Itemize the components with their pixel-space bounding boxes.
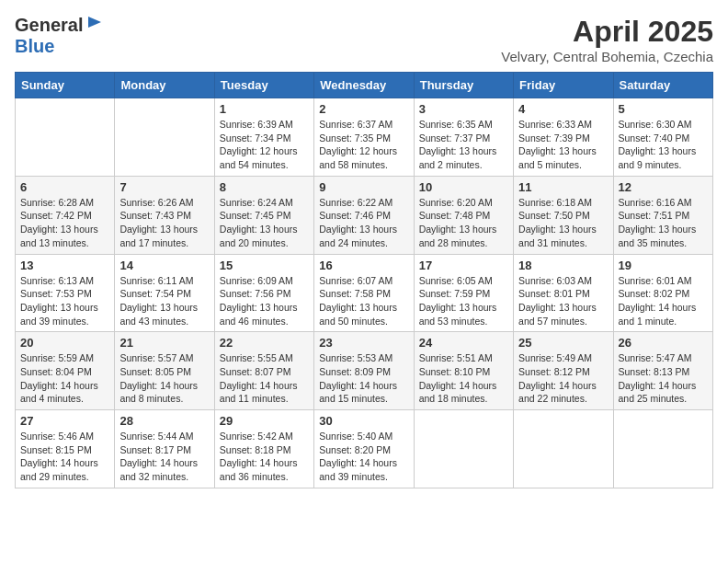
day-info: Sunrise: 6:33 AMSunset: 7:39 PMDaylight:… [518,118,608,172]
calendar-week-5: 27Sunrise: 5:46 AMSunset: 8:15 PMDayligh… [16,410,713,488]
day-number: 11 [518,180,608,194]
day-number: 29 [220,414,309,428]
logo-flag-icon [85,15,105,35]
day-number: 10 [419,180,508,194]
day-info: Sunrise: 5:44 AMSunset: 8:17 PMDaylight:… [119,430,209,484]
calendar-week-1: 1Sunrise: 6:39 AMSunset: 7:34 PMDaylight… [16,98,713,177]
calendar-cell: 4Sunrise: 6:33 AMSunset: 7:39 PMDaylight… [514,98,613,177]
calendar-cell: 7Sunrise: 6:26 AMSunset: 7:43 PMDaylight… [115,176,214,254]
weekday-header-monday: Monday [115,73,214,98]
day-info: Sunrise: 6:18 AMSunset: 7:50 PMDaylight:… [518,196,608,250]
weekday-header-sunday: Sunday [16,73,115,98]
calendar-week-3: 13Sunrise: 6:13 AMSunset: 7:53 PMDayligh… [16,254,713,332]
calendar-cell: 27Sunrise: 5:46 AMSunset: 8:15 PMDayligh… [16,410,115,488]
page-header: General Blue April 2025 Velvary, Central… [15,15,713,64]
day-info: Sunrise: 6:05 AMSunset: 7:59 PMDaylight:… [419,274,508,328]
weekday-header-wednesday: Wednesday [314,73,414,98]
logo: General Blue [15,15,105,57]
day-info: Sunrise: 6:20 AMSunset: 7:48 PMDaylight:… [419,196,508,250]
calendar-cell [16,98,115,177]
day-number: 26 [619,336,708,350]
day-info: Sunrise: 5:51 AMSunset: 8:10 PMDaylight:… [419,351,508,406]
day-info: Sunrise: 6:22 AMSunset: 7:46 PMDaylight:… [319,196,408,250]
day-info: Sunrise: 5:40 AMSunset: 8:20 PMDaylight:… [319,430,408,484]
svg-marker-0 [88,17,101,28]
calendar-cell: 8Sunrise: 6:24 AMSunset: 7:45 PMDaylight… [214,176,313,254]
day-info: Sunrise: 5:46 AMSunset: 8:15 PMDaylight:… [20,430,109,484]
calendar-cell: 16Sunrise: 6:07 AMSunset: 7:58 PMDayligh… [314,254,414,332]
day-info: Sunrise: 6:30 AMSunset: 7:40 PMDaylight:… [619,118,708,172]
calendar-cell: 22Sunrise: 5:55 AMSunset: 8:07 PMDayligh… [214,332,313,410]
calendar-cell: 2Sunrise: 6:37 AMSunset: 7:35 PMDaylight… [314,98,414,177]
day-number: 24 [419,336,508,350]
calendar-cell: 13Sunrise: 6:13 AMSunset: 7:53 PMDayligh… [16,254,115,332]
day-number: 6 [20,180,109,194]
day-info: Sunrise: 6:24 AMSunset: 7:45 PMDaylight:… [220,196,309,250]
day-number: 27 [20,414,109,428]
calendar-cell: 29Sunrise: 5:42 AMSunset: 8:18 PMDayligh… [214,410,313,488]
logo-general-text: General [15,15,83,36]
weekday-header-thursday: Thursday [414,73,513,98]
day-number: 22 [220,336,309,350]
calendar-cell: 3Sunrise: 6:35 AMSunset: 7:37 PMDaylight… [414,98,513,177]
calendar-cell [613,410,712,488]
day-number: 7 [119,180,209,194]
calendar-cell: 30Sunrise: 5:40 AMSunset: 8:20 PMDayligh… [314,410,414,488]
weekday-header-saturday: Saturday [613,73,712,98]
day-number: 12 [619,180,708,194]
day-number: 19 [619,259,708,272]
day-info: Sunrise: 5:59 AMSunset: 8:04 PMDaylight:… [20,351,109,406]
day-number: 21 [119,336,209,350]
day-number: 14 [119,259,209,272]
day-number: 15 [220,259,309,272]
day-info: Sunrise: 6:26 AMSunset: 7:43 PMDaylight:… [119,196,209,250]
day-info: Sunrise: 5:57 AMSunset: 8:05 PMDaylight:… [119,351,209,406]
day-info: Sunrise: 6:11 AMSunset: 7:54 PMDaylight:… [119,274,209,328]
day-info: Sunrise: 6:07 AMSunset: 7:58 PMDaylight:… [319,274,408,328]
day-number: 4 [518,102,608,116]
day-info: Sunrise: 6:03 AMSunset: 8:01 PMDaylight:… [518,274,608,328]
day-number: 1 [220,102,309,116]
weekday-header-friday: Friday [514,73,613,98]
day-number: 16 [319,259,408,272]
day-info: Sunrise: 6:13 AMSunset: 7:53 PMDaylight:… [20,274,109,328]
calendar-cell: 12Sunrise: 6:16 AMSunset: 7:51 PMDayligh… [613,176,712,254]
day-number: 18 [518,259,608,272]
calendar-cell [514,410,613,488]
day-info: Sunrise: 6:01 AMSunset: 8:02 PMDaylight:… [619,274,708,328]
day-number: 2 [319,102,408,116]
day-number: 5 [619,102,708,116]
calendar-cell: 19Sunrise: 6:01 AMSunset: 8:02 PMDayligh… [613,254,712,332]
day-info: Sunrise: 6:37 AMSunset: 7:35 PMDaylight:… [319,118,408,172]
day-info: Sunrise: 5:53 AMSunset: 8:09 PMDaylight:… [319,351,408,406]
calendar-week-4: 20Sunrise: 5:59 AMSunset: 8:04 PMDayligh… [16,332,713,410]
calendar-table: SundayMondayTuesdayWednesdayThursdayFrid… [15,72,713,488]
day-info: Sunrise: 5:55 AMSunset: 8:07 PMDaylight:… [220,351,309,406]
weekday-header-tuesday: Tuesday [214,73,313,98]
day-info: Sunrise: 6:16 AMSunset: 7:51 PMDaylight:… [619,196,708,250]
calendar-cell: 9Sunrise: 6:22 AMSunset: 7:46 PMDaylight… [314,176,414,254]
day-number: 23 [319,336,408,350]
day-number: 17 [419,259,508,272]
day-number: 30 [319,414,408,428]
calendar-cell: 11Sunrise: 6:18 AMSunset: 7:50 PMDayligh… [514,176,613,254]
calendar-cell: 21Sunrise: 5:57 AMSunset: 8:05 PMDayligh… [115,332,214,410]
calendar-cell: 1Sunrise: 6:39 AMSunset: 7:34 PMDaylight… [214,98,313,177]
calendar-cell: 15Sunrise: 6:09 AMSunset: 7:56 PMDayligh… [214,254,313,332]
month-title: April 2025 [501,15,713,49]
day-number: 3 [419,102,508,116]
logo-blue-text: Blue [15,36,105,57]
calendar-week-2: 6Sunrise: 6:28 AMSunset: 7:42 PMDaylight… [16,176,713,254]
day-number: 28 [119,414,209,428]
day-number: 8 [220,180,309,194]
calendar-cell: 24Sunrise: 5:51 AMSunset: 8:10 PMDayligh… [414,332,513,410]
calendar-cell: 28Sunrise: 5:44 AMSunset: 8:17 PMDayligh… [115,410,214,488]
day-info: Sunrise: 5:42 AMSunset: 8:18 PMDaylight:… [220,430,309,484]
calendar-cell: 25Sunrise: 5:49 AMSunset: 8:12 PMDayligh… [514,332,613,410]
day-info: Sunrise: 6:39 AMSunset: 7:34 PMDaylight:… [220,118,309,172]
location-title: Velvary, Central Bohemia, Czechia [501,49,713,64]
calendar-cell: 10Sunrise: 6:20 AMSunset: 7:48 PMDayligh… [414,176,513,254]
calendar-cell: 20Sunrise: 5:59 AMSunset: 8:04 PMDayligh… [16,332,115,410]
day-info: Sunrise: 5:47 AMSunset: 8:13 PMDaylight:… [619,351,708,406]
calendar-cell [414,410,513,488]
